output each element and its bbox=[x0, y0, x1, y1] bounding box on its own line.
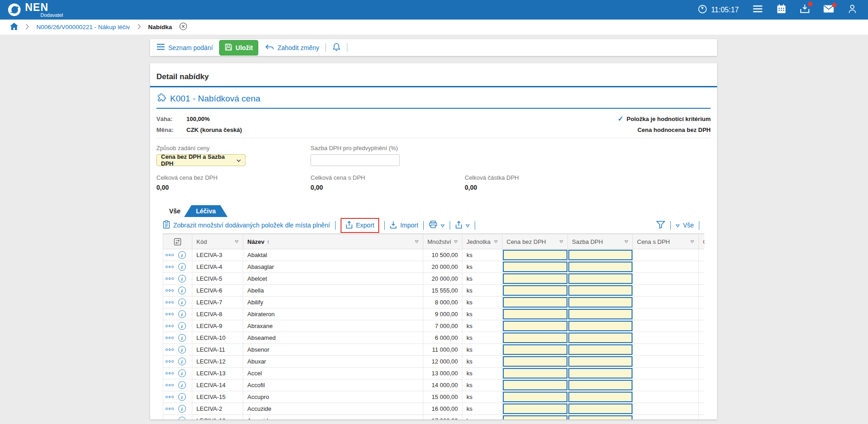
vat-rate-input[interactable] bbox=[568, 297, 632, 308]
row-info-icon[interactable] bbox=[178, 381, 186, 389]
tab-vse[interactable]: Vše bbox=[163, 205, 187, 217]
filter-funnel-icon[interactable] bbox=[656, 221, 665, 230]
row-info-icon[interactable] bbox=[178, 417, 186, 419]
dropdown-triangle-icon[interactable] bbox=[466, 222, 470, 229]
row-info-icon[interactable] bbox=[178, 358, 186, 365]
breadcrumb-procurement-link[interactable]: N006/26/V00000221 - Nákup léčiv bbox=[36, 24, 130, 30]
calendar-button[interactable] bbox=[777, 4, 786, 15]
price-with-vat-cell bbox=[633, 273, 699, 285]
column-settings-header[interactable] bbox=[163, 234, 192, 249]
row-menu-icon[interactable] bbox=[166, 396, 174, 398]
price-mode-select[interactable]: Cena bez DPH a Sazba DPH bbox=[156, 154, 246, 166]
price-no-vat-input[interactable] bbox=[503, 344, 567, 355]
price-no-vat-input[interactable] bbox=[503, 262, 567, 272]
show-quantities-button[interactable]: Zobrazit množství dodávaných položek dle… bbox=[163, 220, 330, 230]
vat-rate-input[interactable] bbox=[568, 392, 632, 402]
column-settings-icon[interactable] bbox=[166, 238, 190, 246]
header-nazev[interactable]: Název↑ bbox=[243, 234, 423, 249]
row-menu-icon[interactable] bbox=[166, 348, 174, 351]
vat-rate-input[interactable] bbox=[568, 285, 632, 296]
price-no-vat-input[interactable] bbox=[503, 415, 567, 419]
header-cena-s-dph[interactable]: Cena s DPH bbox=[633, 234, 699, 249]
vat-rate-input[interactable] bbox=[568, 368, 632, 379]
price-no-vat-input[interactable] bbox=[503, 297, 567, 308]
row-menu-icon[interactable] bbox=[166, 313, 174, 315]
vat-prefill-input[interactable] bbox=[311, 154, 400, 166]
price-no-vat-input[interactable] bbox=[503, 333, 567, 343]
notifications-button[interactable] bbox=[332, 43, 341, 53]
price-no-vat-input[interactable] bbox=[503, 250, 567, 260]
header-cena-bez-dph[interactable]: Cena bez DPH bbox=[502, 234, 568, 249]
vat-rate-input[interactable] bbox=[568, 250, 632, 260]
price-no-vat-input[interactable] bbox=[503, 392, 567, 402]
price-no-vat-input[interactable] bbox=[503, 285, 567, 296]
row-menu-icon[interactable] bbox=[166, 301, 174, 303]
price-with-vat-cell bbox=[633, 344, 699, 356]
vat-rate-input[interactable] bbox=[568, 262, 632, 272]
share-button[interactable] bbox=[455, 221, 470, 230]
tab-leciva[interactable]: Léčiva bbox=[184, 205, 228, 217]
row-menu-icon[interactable] bbox=[166, 408, 174, 410]
header-sazba-dph[interactable]: Sazba DPH bbox=[568, 234, 633, 249]
save-button[interactable]: Uložit bbox=[219, 40, 258, 56]
header-celkem[interactable]: Celkem bbox=[699, 234, 705, 249]
vat-rate-input[interactable] bbox=[568, 273, 632, 284]
row-info-icon[interactable] bbox=[178, 334, 186, 342]
submission-list-button[interactable]: Seznam podání bbox=[156, 44, 213, 51]
row-unit: ks bbox=[462, 285, 502, 297]
header-jednotka[interactable]: Jednotka bbox=[462, 234, 502, 249]
price-no-vat-input[interactable] bbox=[503, 273, 567, 284]
header-mnozstvi[interactable]: Množství bbox=[423, 234, 462, 249]
header-kod[interactable]: Kód bbox=[192, 234, 243, 249]
export-button-highlighted[interactable]: Export bbox=[341, 218, 379, 233]
vat-rate-input[interactable] bbox=[568, 344, 632, 355]
row-menu-icon[interactable] bbox=[166, 360, 174, 363]
vat-rate-input[interactable] bbox=[568, 333, 632, 343]
price-no-vat-input[interactable] bbox=[503, 404, 567, 414]
vat-rate-input[interactable] bbox=[568, 404, 632, 414]
price-no-vat-input[interactable] bbox=[503, 309, 567, 319]
price-no-vat-input[interactable] bbox=[503, 380, 567, 390]
import-button[interactable]: Import bbox=[390, 221, 418, 230]
row-info-icon[interactable] bbox=[178, 322, 186, 330]
row-menu-icon[interactable] bbox=[166, 278, 174, 280]
row-info-icon[interactable] bbox=[178, 369, 186, 377]
row-menu-icon[interactable] bbox=[166, 337, 174, 339]
vat-rate-input[interactable] bbox=[568, 380, 632, 390]
user-button[interactable] bbox=[848, 4, 857, 15]
row-info-icon[interactable] bbox=[178, 263, 186, 271]
vat-rate-input[interactable] bbox=[568, 356, 632, 367]
filter-scope-label[interactable]: Vše bbox=[683, 222, 694, 229]
row-menu-icon[interactable] bbox=[166, 384, 174, 386]
row-info-icon[interactable] bbox=[178, 310, 186, 318]
nen-logo[interactable]: NEN Dodavatel bbox=[7, 2, 63, 18]
vat-rate-input[interactable] bbox=[568, 415, 632, 419]
vat-rate-input[interactable] bbox=[568, 309, 632, 319]
row-menu-icon[interactable] bbox=[166, 325, 174, 327]
dropdown-triangle-icon[interactable] bbox=[441, 222, 445, 229]
row-info-icon[interactable] bbox=[178, 251, 186, 259]
messages-button[interactable] bbox=[823, 5, 834, 15]
downloads-button[interactable] bbox=[800, 4, 810, 15]
filter-scope-triangle-icon[interactable] bbox=[676, 222, 680, 229]
currency-label: Měna: bbox=[156, 126, 186, 133]
close-tab-icon[interactable] bbox=[179, 22, 187, 32]
row-menu-icon[interactable] bbox=[166, 254, 174, 256]
row-menu-icon[interactable] bbox=[166, 289, 174, 292]
row-info-icon[interactable] bbox=[178, 287, 186, 294]
row-info-icon[interactable] bbox=[178, 275, 186, 283]
row-info-icon[interactable] bbox=[178, 393, 186, 401]
row-info-icon[interactable] bbox=[178, 298, 186, 306]
row-info-icon[interactable] bbox=[178, 346, 186, 353]
print-button[interactable] bbox=[429, 221, 445, 230]
price-no-vat-input[interactable] bbox=[503, 356, 567, 367]
discard-changes-button[interactable]: Zahodit změny bbox=[265, 44, 319, 52]
vat-rate-input[interactable] bbox=[568, 321, 632, 331]
home-icon[interactable] bbox=[10, 23, 18, 31]
price-no-vat-input[interactable] bbox=[503, 368, 567, 379]
row-menu-icon[interactable] bbox=[166, 372, 174, 374]
row-info-icon[interactable] bbox=[178, 405, 186, 413]
row-menu-icon[interactable] bbox=[166, 266, 174, 268]
price-no-vat-input[interactable] bbox=[503, 321, 567, 331]
main-menu-button[interactable] bbox=[753, 5, 763, 15]
